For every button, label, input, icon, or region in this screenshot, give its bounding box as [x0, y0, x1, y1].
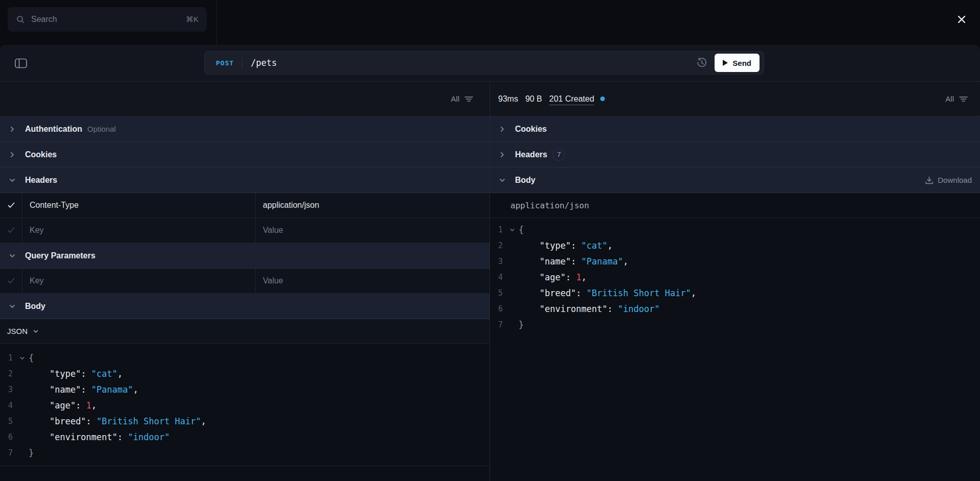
- code-text: "name": "Panama",: [519, 254, 628, 270]
- response-meta-row: 93ms 90 B 201 Created All: [490, 82, 980, 116]
- search-input[interactable]: Search ⌘K: [8, 7, 207, 32]
- chevron-down-icon: [8, 252, 16, 260]
- query-value-field[interactable]: Value: [256, 269, 489, 293]
- section-label: Body: [25, 302, 45, 311]
- code-text: "name": "Panama",: [29, 382, 138, 398]
- section-query-parameters[interactable]: Query Parameters: [0, 243, 489, 269]
- code-line[interactable]: 3 "name": "Panama",: [490, 254, 980, 270]
- address-divider: [242, 58, 242, 68]
- code-text: }: [519, 317, 524, 333]
- line-number: 1: [490, 222, 505, 238]
- code-text: "age": 1,: [29, 398, 96, 414]
- request-filter-row: All: [0, 82, 489, 116]
- section-headers[interactable]: Headers: [0, 167, 489, 193]
- code-line[interactable]: 7}: [0, 445, 489, 461]
- topbar-divider: [216, 0, 217, 45]
- code-line[interactable]: 6 "environment": "indoor": [0, 429, 489, 445]
- response-section-cookies[interactable]: Cookies: [490, 116, 980, 142]
- request-body-editor[interactable]: 1{2 "type": "cat",3 "name": "Panama",4 "…: [0, 344, 489, 466]
- response-size: 90 B: [525, 94, 542, 104]
- close-icon[interactable]: [954, 12, 969, 27]
- play-icon: [723, 60, 728, 66]
- section-label: Cookies: [515, 125, 547, 134]
- line-number: 4: [0, 398, 15, 414]
- response-section-body[interactable]: Body Download: [490, 167, 980, 193]
- body-format-label: JSON: [7, 327, 28, 335]
- query-key-field[interactable]: Key: [22, 269, 256, 293]
- code-line[interactable]: 2 "type": "cat",: [490, 238, 980, 254]
- code-line[interactable]: 7}: [490, 317, 980, 333]
- section-label: Cookies: [25, 150, 57, 159]
- line-number: 5: [0, 414, 15, 429]
- code-text: {: [519, 222, 524, 238]
- download-button[interactable]: Download: [925, 176, 972, 184]
- code-text: "environment": "indoor": [519, 301, 659, 317]
- code-text: {: [29, 350, 34, 366]
- response-filter-all[interactable]: All: [945, 94, 968, 103]
- chevron-right-icon: [498, 125, 506, 133]
- code-line[interactable]: 5 "breed": "British Short Hair",: [490, 285, 980, 301]
- line-number: 3: [0, 382, 15, 398]
- response-status[interactable]: 201 Created: [549, 94, 594, 104]
- line-number: 2: [490, 238, 505, 254]
- response-filter-label: All: [945, 94, 954, 103]
- query-row-empty: Key Value: [0, 269, 489, 294]
- status-dot: [600, 97, 605, 101]
- sidebar-toggle-icon[interactable]: [14, 57, 28, 69]
- section-authentication[interactable]: Authentication Optional: [0, 116, 489, 142]
- response-body-viewer[interactable]: 1{2 "type": "cat",3 "name": "Panama",4 "…: [490, 218, 980, 481]
- line-number: 7: [0, 445, 15, 461]
- row-checkbox-unchecked[interactable]: [0, 269, 22, 293]
- request-toolbar: POST /pets Send: [0, 45, 980, 82]
- code-text: "breed": "British Short Hair",: [519, 285, 696, 301]
- http-method-badge[interactable]: POST: [216, 59, 234, 67]
- code-text: "breed": "British Short Hair",: [29, 414, 206, 429]
- code-line[interactable]: 4 "age": 1,: [0, 398, 489, 414]
- code-line[interactable]: 2 "type": "cat",: [0, 366, 489, 382]
- section-hint: Optional: [87, 125, 116, 133]
- headers-count-badge: 7: [553, 149, 565, 161]
- search-placeholder: Search: [31, 15, 57, 24]
- line-number: 1: [0, 350, 15, 366]
- send-button-label: Send: [732, 59, 751, 67]
- fold-chevron-icon[interactable]: [15, 355, 29, 362]
- line-number: 3: [490, 254, 505, 270]
- search-shortcut: ⌘K: [186, 15, 199, 24]
- send-button[interactable]: Send: [715, 54, 760, 72]
- request-path[interactable]: /pets: [251, 58, 277, 68]
- line-number: 2: [0, 366, 15, 382]
- row-checkbox-unchecked[interactable]: [0, 218, 22, 243]
- code-line[interactable]: 6 "environment": "indoor": [490, 301, 980, 317]
- header-value-field[interactable]: Value: [256, 218, 489, 243]
- download-icon: [925, 176, 934, 184]
- history-icon[interactable]: [696, 57, 707, 68]
- request-filter-all[interactable]: All: [451, 94, 473, 103]
- section-cookies[interactable]: Cookies: [0, 142, 489, 167]
- code-text: "environment": "indoor": [29, 429, 169, 445]
- code-text: }: [29, 445, 34, 461]
- code-line[interactable]: 1{: [490, 222, 980, 238]
- response-panel: 93ms 90 B 201 Created All Cookies Header…: [490, 82, 980, 481]
- body-format-select[interactable]: JSON: [0, 319, 489, 344]
- client-window: POST /pets Send All Authenticatio: [0, 45, 980, 481]
- header-key-field[interactable]: Content-Type: [22, 193, 256, 218]
- code-line[interactable]: 5 "breed": "British Short Hair",: [0, 414, 489, 429]
- search-icon: [16, 15, 25, 24]
- chevron-down-icon: [32, 328, 39, 335]
- response-content-type: application/json: [490, 193, 980, 218]
- header-value-field[interactable]: application/json: [256, 193, 489, 218]
- fold-chevron-icon[interactable]: [505, 227, 519, 233]
- header-key-field[interactable]: Key: [22, 218, 256, 243]
- line-number: 6: [490, 301, 505, 317]
- code-line[interactable]: 3 "name": "Panama",: [0, 382, 489, 398]
- response-section-headers[interactable]: Headers 7: [490, 142, 980, 167]
- chevron-down-icon: [8, 302, 16, 310]
- code-line[interactable]: 4 "age": 1,: [490, 270, 980, 285]
- filter-icon: [464, 95, 473, 103]
- chevron-down-icon: [8, 176, 16, 184]
- section-body[interactable]: Body: [0, 294, 489, 319]
- line-number: 4: [490, 270, 505, 285]
- code-line[interactable]: 1{: [0, 350, 489, 366]
- address-bar[interactable]: POST /pets Send: [204, 51, 764, 75]
- row-checkbox-checked[interactable]: [0, 193, 22, 218]
